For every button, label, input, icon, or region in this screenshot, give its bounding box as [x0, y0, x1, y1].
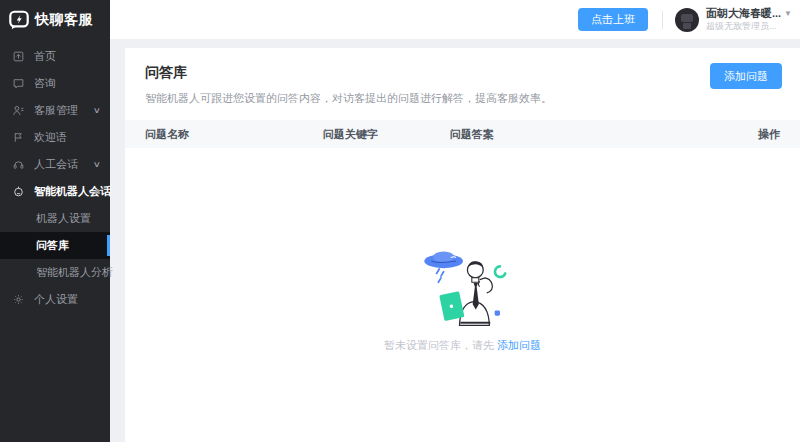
sidebar-item-robot-analysis[interactable]: 智能机器人分析 — [0, 259, 110, 286]
sidebar-item-manual-session[interactable]: 人工会话 ∨ — [0, 151, 110, 178]
sidebar-item-robot-settings[interactable]: 机器人设置 — [0, 205, 110, 232]
sidebar-item-label: 欢迎语 — [34, 130, 67, 145]
square-decoration — [494, 310, 499, 315]
sidebar-item-label: 智能机器人分析 — [36, 265, 113, 280]
empty-state-text: 暂未设置问答库，请先 添加问题 — [384, 338, 541, 353]
sidebar-item-label: 机器人设置 — [36, 211, 91, 226]
page-description: 智能机器人可跟进您设置的问答内容，对访客提出的问题进行解答，提高客服效率。 — [145, 91, 780, 106]
clock-in-button[interactable]: 点击上班 — [578, 8, 648, 31]
sidebar-item-personal-settings[interactable]: 个人设置 — [0, 286, 110, 313]
sidebar-item-label: 人工会话 — [34, 157, 78, 172]
column-actions: 操作 — [716, 127, 780, 142]
sidebar-item-consult[interactable]: 咨询 — [0, 70, 110, 97]
greeting-icon — [12, 131, 25, 144]
empty-add-question-link[interactable]: 添加问题 — [497, 339, 541, 351]
header-divider — [662, 11, 663, 29]
empty-state: 暂未设置问答库，请先 添加问题 — [125, 240, 800, 353]
chevron-down-icon: ∨ — [93, 160, 101, 169]
cloud-shape — [424, 251, 463, 282]
headset-icon — [12, 158, 25, 171]
sidebar-item-label: 问答库 — [36, 238, 69, 253]
app-title: 快聊客服 — [35, 11, 93, 29]
sidebar-item-robot-session[interactable]: 智能机器人会话 ∧ — [0, 178, 110, 205]
sidebar-item-home[interactable]: 首页 — [0, 43, 110, 70]
sidebar-item-label: 咨询 — [34, 76, 56, 91]
arc-decoration — [494, 266, 504, 277]
user-meta: 面朝大海春暖... ▼ 超级无敌管理员... — [706, 7, 792, 32]
sidebar-item-label: 首页 — [34, 49, 56, 64]
logo-chat-bolt-icon — [8, 9, 30, 31]
app-logo: 快聊客服 — [0, 0, 110, 40]
add-question-button[interactable]: 添加问题 — [710, 63, 782, 89]
sidebar-item-label: 个人设置 — [34, 292, 78, 307]
user-role: 超级无敌管理员... — [706, 21, 792, 32]
sidebar-item-welcome[interactable]: 欢迎语 — [0, 124, 110, 151]
sidebar-menu: 首页 咨询 客服管理 ∨ 欢迎语 — [0, 40, 110, 313]
sidebar-item-qa-library[interactable]: 问答库 — [0, 232, 110, 259]
top-header: 点击上班 面朝大海春暖... ▼ 超级无敌管理员... — [110, 0, 800, 40]
avatar — [675, 8, 699, 32]
table-header-row: 问题名称 问题关键字 问题答案 操作 — [125, 120, 800, 148]
app-window: 快聊客服 首页 咨询 客服管理 ∨ — [0, 0, 800, 442]
gear-icon — [12, 293, 25, 306]
caret-down-icon: ▼ — [784, 9, 792, 19]
empty-state-illustration — [407, 240, 519, 328]
user-menu[interactable]: 面朝大海春暖... ▼ 超级无敌管理员... — [675, 7, 792, 32]
column-question-name: 问题名称 — [145, 127, 323, 142]
robot-icon — [12, 185, 25, 198]
page-title: 问答库 — [145, 64, 780, 82]
sidebar-item-label: 客服管理 — [34, 103, 78, 118]
sidebar: 快聊客服 首页 咨询 客服管理 ∨ — [0, 0, 110, 442]
chat-icon — [12, 77, 25, 90]
qa-library-panel: 问答库 智能机器人可跟进您设置的问答内容，对访客提出的问题进行解答，提高客服效率… — [125, 48, 800, 442]
chevron-up-icon: ∧ — [92, 187, 101, 196]
folder-shape — [439, 291, 464, 321]
home-icon — [12, 50, 25, 63]
column-question-keywords: 问题关键字 — [323, 127, 450, 142]
sidebar-item-agent-mgmt[interactable]: 客服管理 ∨ — [0, 97, 110, 124]
empty-text-label: 暂未设置问答库，请先 — [384, 339, 494, 351]
column-question-answer: 问题答案 — [450, 127, 717, 142]
panel-header: 问答库 智能机器人可跟进您设置的问答内容，对访客提出的问题进行解答，提高客服效率… — [125, 48, 800, 106]
user-name: 面朝大海春暖... — [706, 7, 781, 21]
agents-icon — [12, 104, 25, 117]
chevron-down-icon: ∨ — [93, 106, 101, 115]
